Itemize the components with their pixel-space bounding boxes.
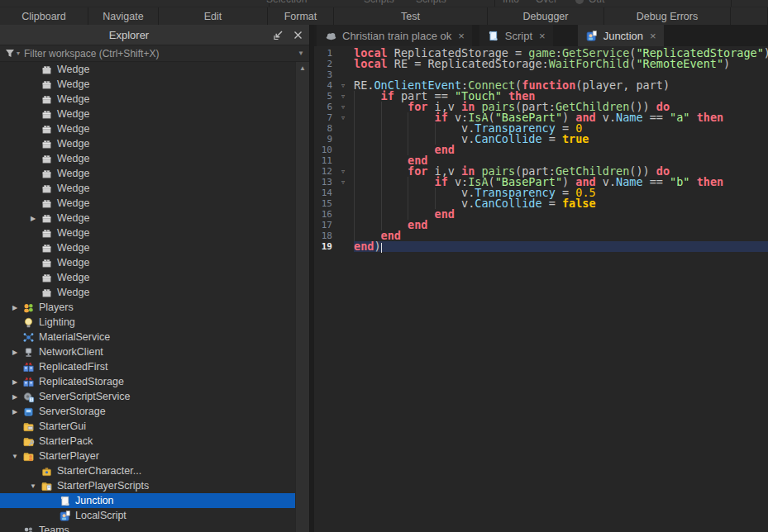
- tree-item-lighting[interactable]: Lighting: [0, 315, 295, 330]
- tree-item-wedge[interactable]: Wedge: [0, 166, 295, 181]
- tree-item-wedge[interactable]: Wedge: [0, 77, 295, 92]
- tree-item-replicatedstorage[interactable]: ▶ReplicatedStorage: [0, 374, 295, 389]
- tree-item-label: Wedge: [57, 287, 89, 298]
- expand-arrow-icon[interactable]: ▼: [8, 453, 21, 460]
- code-line-2[interactable]: 2local RE = ReplicatedStorage:WaitForChi…: [314, 59, 768, 69]
- wedge-icon: [40, 152, 53, 165]
- localscript-icon: [585, 29, 599, 42]
- fold-arrow-icon[interactable]: ▿: [332, 177, 354, 188]
- fold-spacer: [332, 155, 354, 166]
- tree-item-networkclient[interactable]: ▶NetworkClient: [0, 344, 295, 359]
- tree-item-wedge[interactable]: Wedge: [0, 255, 295, 270]
- filter-workspace-input[interactable]: ▾ Filter workspace (Ctrl+Shift+X) ▼: [0, 45, 309, 62]
- tab-close-icon[interactable]: ×: [650, 30, 656, 42]
- line-number: 8: [314, 123, 332, 134]
- tree-item-wedge[interactable]: Wedge: [0, 196, 295, 211]
- tree-item-materialservice[interactable]: MaterialService: [0, 330, 295, 344]
- fold-arrow-icon[interactable]: ▿: [332, 80, 354, 91]
- expand-arrow-icon[interactable]: ▶: [8, 304, 21, 311]
- expand-arrow-icon[interactable]: ▼: [26, 482, 40, 490]
- fold-arrow-icon[interactable]: ▿: [332, 112, 354, 123]
- tree-item-label: Wedge: [57, 64, 89, 75]
- tree-item-wedge[interactable]: Wedge: [0, 226, 295, 240]
- expand-arrow-icon[interactable]: ▶: [8, 393, 21, 401]
- tree-item-starterplayer[interactable]: ▼StarterPlayer: [0, 449, 295, 463]
- tree-item-wedge[interactable]: Wedge: [0, 151, 295, 166]
- expand-arrow-icon[interactable]: ▶: [8, 349, 21, 356]
- fold-arrow-icon[interactable]: ▿: [332, 166, 354, 177]
- tree-item-label: ServerScriptService: [39, 391, 130, 402]
- tree-item-starterplayerscripts[interactable]: ▼StarterPlayerScripts: [0, 478, 295, 493]
- fold-spacer: [332, 209, 354, 220]
- fold-spacer: [332, 59, 354, 69]
- wedge-icon: [40, 63, 53, 76]
- line-number: 9: [314, 134, 332, 145]
- dock-icon[interactable]: [271, 28, 284, 41]
- expand-arrow-icon[interactable]: ▶: [8, 408, 21, 416]
- tree-item-wedge[interactable]: Wedge: [0, 121, 295, 136]
- tree-item-serverscriptservice[interactable]: ▶ServerScriptService: [0, 389, 295, 404]
- tree-item-wedge[interactable]: Wedge: [0, 92, 295, 107]
- scroll-up-icon[interactable]: ▲: [296, 62, 309, 74]
- ribbon-group-debug-errors: Debug Errors: [604, 7, 731, 25]
- tree-item-wedge[interactable]: Wedge: [0, 62, 295, 77]
- tree-item-wedge[interactable]: Wedge: [0, 285, 295, 300]
- tree-item-players[interactable]: ▶Players: [0, 300, 295, 315]
- wedge-icon: [40, 256, 53, 269]
- filter-caret-icon[interactable]: ▾: [17, 50, 20, 57]
- ribbon-button-over[interactable]: Over: [536, 0, 557, 5]
- close-icon[interactable]: [291, 28, 304, 41]
- ribbon-group-test: Test: [334, 7, 488, 25]
- replicated-icon: [21, 360, 35, 373]
- tree-item-localscript[interactable]: LocalScript: [0, 508, 295, 523]
- record-icon[interactable]: [575, 0, 584, 4]
- tree-item-startercharacter-[interactable]: StarterCharacter...: [0, 463, 295, 478]
- expand-arrow-icon[interactable]: ▶: [8, 378, 21, 386]
- ribbon-button-into[interactable]: Into: [503, 0, 519, 5]
- line-number: 11: [314, 155, 332, 166]
- tree-item-startergui[interactable]: StarterGui: [0, 419, 295, 434]
- ribbon-button-selection[interactable]: Selection: [266, 0, 307, 5]
- tree-item-label: LocalScript: [75, 510, 126, 521]
- filter-dropdown-icon[interactable]: ▼: [298, 50, 304, 57]
- code-line-19[interactable]: 19end): [314, 241, 768, 252]
- tree-item-label: StarterCharacter...: [57, 465, 141, 477]
- tab-close-icon[interactable]: ×: [458, 30, 465, 42]
- tab-script[interactable]: Script×: [479, 25, 553, 46]
- tab-christian-train-place-ok[interactable]: Christian train place ok×: [317, 25, 472, 46]
- tree-item-wedge[interactable]: Wedge: [0, 107, 295, 121]
- ribbon-group-label: Test: [401, 11, 420, 22]
- tree-item-wedge[interactable]: Wedge: [0, 181, 295, 196]
- explorer-scrollbar[interactable]: ▲: [295, 62, 309, 532]
- expand-arrow-icon[interactable]: ▶: [26, 215, 40, 222]
- tree-item-junction[interactable]: Junction: [0, 493, 295, 508]
- text-cursor: [381, 243, 382, 253]
- tab-junction[interactable]: Junction×: [578, 25, 664, 46]
- tree-item-starterpack[interactable]: StarterPack: [0, 434, 295, 449]
- tree-item-replicatedfirst[interactable]: ReplicatedFirst: [0, 359, 295, 374]
- folder-wrench-icon: [21, 435, 35, 448]
- code-area[interactable]: 1local ReplicatedStorage = game:GetServi…: [314, 46, 768, 532]
- tree-item-wedge[interactable]: Wedge: [0, 240, 295, 255]
- teams-icon: [21, 524, 35, 532]
- fold-arrow-icon[interactable]: ▿: [332, 102, 354, 112]
- line-number: 13: [314, 177, 332, 188]
- line-number: 6: [314, 102, 332, 112]
- tree-item-wedge[interactable]: Wedge: [0, 136, 295, 151]
- tree-item-label: Wedge: [57, 138, 89, 150]
- tree-item-wedge[interactable]: Wedge: [0, 270, 295, 285]
- tree-item-teams[interactable]: Teams: [0, 523, 295, 532]
- ribbon-group-navigate: Navigate: [88, 7, 159, 25]
- wedge-icon: [40, 107, 53, 121]
- code-line-18[interactable]: 18 end: [314, 230, 768, 241]
- fold-arrow-icon[interactable]: ▿: [332, 91, 354, 102]
- filter-icon[interactable]: ▾: [5, 49, 20, 58]
- tree-item-serverstorage[interactable]: ▶ServerStorage: [0, 404, 295, 419]
- ribbon-button-scripts[interactable]: Scripts: [364, 0, 394, 5]
- tab-close-icon[interactable]: ×: [539, 30, 546, 42]
- ribbon-button-scripts[interactable]: Scripts: [416, 0, 446, 5]
- tree-item-label: Lighting: [39, 316, 75, 328]
- tree-item-wedge[interactable]: ▶Wedge: [0, 211, 295, 226]
- line-number: 7: [314, 112, 332, 123]
- ribbon-button-out[interactable]: Out: [589, 0, 604, 5]
